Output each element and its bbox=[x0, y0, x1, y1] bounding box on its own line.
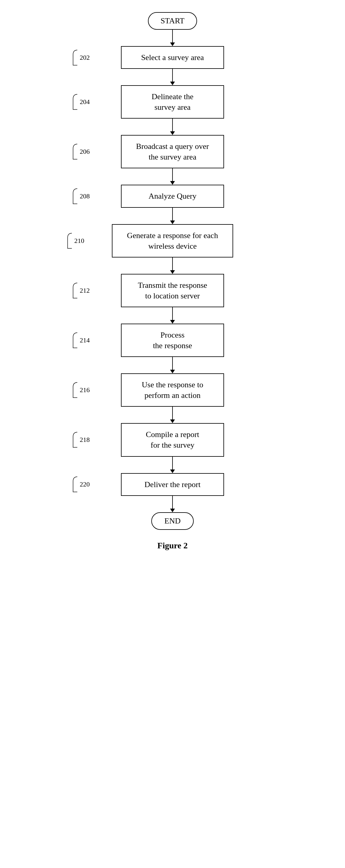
arrow-11 bbox=[170, 496, 175, 512]
node-214-row: 214 Processthe response bbox=[66, 323, 279, 357]
arrow-4 bbox=[170, 168, 175, 185]
node-210: Generate a response for eachwireless dev… bbox=[112, 224, 233, 257]
label-210: 210 bbox=[66, 232, 84, 250]
label-218: 218 bbox=[72, 431, 90, 449]
arrow-7 bbox=[170, 307, 175, 323]
arrow-2 bbox=[170, 69, 175, 85]
node-204-row: 204 Delineate thesurvey area bbox=[66, 85, 279, 119]
arrow-6 bbox=[170, 257, 175, 274]
arrow-9 bbox=[170, 407, 175, 423]
node-220: Deliver the report bbox=[121, 473, 224, 496]
node-220-row: 220 Deliver the report bbox=[66, 473, 279, 496]
label-208: 208 bbox=[72, 187, 90, 205]
arrow-5 bbox=[170, 208, 175, 224]
label-212: 212 bbox=[72, 281, 90, 300]
arrow-3 bbox=[170, 119, 175, 135]
node-218-row: 218 Compile a reportfor the survey bbox=[66, 423, 279, 457]
node-214: Processthe response bbox=[121, 323, 224, 357]
node-206: Broadcast a query overthe survey area bbox=[121, 135, 224, 168]
flowchart: START 202 Select a survey area 204 Delin… bbox=[66, 12, 279, 551]
node-206-row: 206 Broadcast a query overthe survey are… bbox=[66, 135, 279, 168]
label-206: 206 bbox=[72, 143, 90, 161]
start-node-row: START bbox=[66, 12, 279, 30]
node-210-row: 210 Generate a response for eachwireless… bbox=[66, 224, 279, 257]
label-216: 216 bbox=[72, 381, 90, 399]
node-204: Delineate thesurvey area bbox=[121, 85, 224, 119]
figure-caption: Figure 2 bbox=[157, 541, 188, 551]
node-202: Select a survey area bbox=[121, 46, 224, 69]
node-212: Transmit the responseto location server bbox=[121, 274, 224, 307]
node-216: Use the response toperform an action bbox=[121, 373, 224, 407]
end-node: END bbox=[151, 512, 194, 530]
arrow-8 bbox=[170, 357, 175, 373]
node-218: Compile a reportfor the survey bbox=[121, 423, 224, 457]
arrow-1 bbox=[170, 30, 175, 46]
start-node: START bbox=[148, 12, 197, 30]
arrow-10 bbox=[170, 457, 175, 473]
label-202: 202 bbox=[72, 49, 90, 67]
label-204: 204 bbox=[72, 93, 90, 111]
node-208-row: 208 Analyze Query bbox=[66, 185, 279, 208]
end-node-row: END bbox=[66, 512, 279, 530]
label-220: 220 bbox=[72, 475, 90, 493]
node-202-row: 202 Select a survey area bbox=[66, 46, 279, 69]
node-208: Analyze Query bbox=[121, 185, 224, 208]
label-214: 214 bbox=[72, 331, 90, 349]
node-216-row: 216 Use the response toperform an action bbox=[66, 373, 279, 407]
node-212-row: 212 Transmit the responseto location ser… bbox=[66, 274, 279, 307]
